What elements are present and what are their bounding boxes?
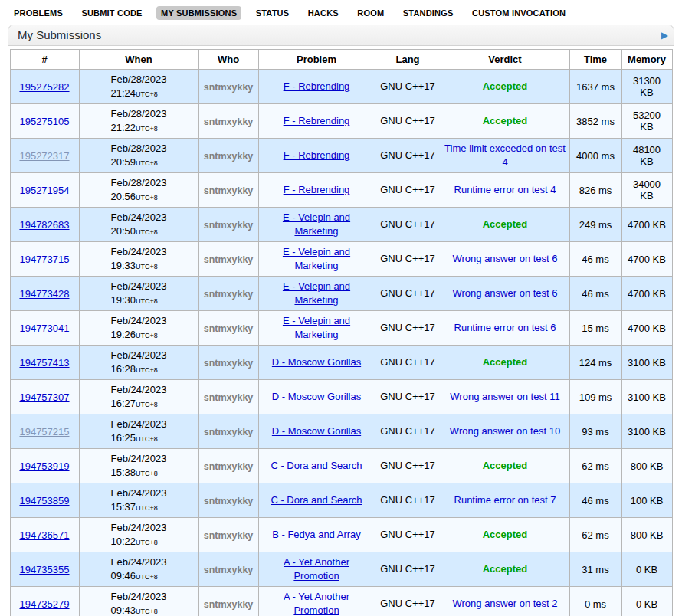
- submission-time: 16:25: [110, 432, 136, 444]
- submission-date: Feb/24/2023: [110, 245, 166, 259]
- verdict[interactable]: Wrong answer on test 2: [452, 597, 557, 611]
- problem-link[interactable]: E - Velepin and Marketing: [262, 245, 372, 273]
- problem-link[interactable]: E - Velepin and Marketing: [262, 211, 372, 238]
- submission-author-link[interactable]: sntmxykky: [204, 358, 254, 369]
- submission-author-link[interactable]: sntmxykky: [204, 254, 254, 265]
- submission-author-link[interactable]: sntmxykky: [204, 530, 254, 541]
- submission-lang: GNU C++17: [375, 173, 441, 208]
- submission-author-link[interactable]: sntmxykky: [204, 565, 254, 575]
- submission-author-link[interactable]: sntmxykky: [204, 392, 254, 403]
- submission-id-link[interactable]: 194757413: [19, 357, 69, 369]
- table-row: 194757215 Feb/24/2023 16:25UTC+8 sntmxyk…: [10, 414, 672, 449]
- submission-author-link[interactable]: sntmxykky: [204, 496, 254, 506]
- nav-item-hacks[interactable]: HACKS: [303, 6, 343, 20]
- nav-item-my-submissions[interactable]: MY SUBMISSIONS: [156, 6, 241, 20]
- submission-id-link[interactable]: 194782683: [19, 219, 69, 231]
- nav-item-custom-invocation[interactable]: CUSTOM INVOCATION: [467, 6, 570, 20]
- submission-timezone: UTC+8: [136, 90, 158, 98]
- nav-item-status[interactable]: STATUS: [251, 6, 294, 20]
- problem-link[interactable]: F - Rebrending: [284, 149, 350, 162]
- submission-verdict-cell: Wrong answer on test 11: [441, 380, 569, 414]
- submission-timezone: UTC+8: [136, 159, 158, 167]
- submission-author-link[interactable]: sntmxykky: [204, 220, 254, 231]
- table-row: 194735279 Feb/24/2023 09:43UTC+8 sntmxyk…: [10, 587, 672, 616]
- nav-item-room[interactable]: ROOM: [352, 6, 389, 20]
- submission-author-link[interactable]: sntmxykky: [204, 461, 254, 472]
- submission-date: Feb/28/2023: [110, 107, 166, 121]
- submission-id-link[interactable]: 194757307: [19, 392, 69, 403]
- submission-id-cell: 194753859: [10, 483, 79, 518]
- expand-arrow-icon[interactable]: ▶: [661, 30, 668, 41]
- verdict[interactable]: Accepted: [483, 80, 528, 93]
- problem-link[interactable]: D - Moscow Gorillas: [272, 356, 361, 369]
- verdict[interactable]: Runtime error on test 4: [454, 183, 556, 197]
- verdict[interactable]: Accepted: [483, 114, 528, 128]
- submission-memory-consumed: 3100 KB: [621, 346, 672, 380]
- problem-link[interactable]: C - Dora and Search: [271, 493, 362, 507]
- verdict[interactable]: Accepted: [483, 218, 528, 231]
- submission-id-link[interactable]: 194773715: [19, 254, 69, 265]
- nav-item-submit-code[interactable]: SUBMIT CODE: [77, 6, 146, 20]
- page: PROBLEMS SUBMIT CODE MY SUBMISSIONS STAT…: [0, 0, 682, 616]
- verdict[interactable]: Accepted: [483, 356, 528, 369]
- submission-id-link[interactable]: 194735279: [19, 598, 69, 610]
- submission-time-consumed: 31 ms: [569, 552, 621, 587]
- submission-author-link[interactable]: sntmxykky: [204, 427, 254, 437]
- submission-who-cell: sntmxykky: [198, 70, 258, 104]
- submission-id-cell: 194773041: [10, 311, 79, 346]
- submission-id-link[interactable]: 194736571: [19, 529, 69, 541]
- verdict[interactable]: Accepted: [483, 459, 528, 473]
- submission-id-link[interactable]: 195275282: [19, 81, 69, 93]
- verdict[interactable]: Accepted: [483, 528, 528, 542]
- submission-who-cell: sntmxykky: [198, 552, 258, 587]
- submission-lang: GNU C++17: [375, 311, 441, 346]
- submission-id-link[interactable]: 194773041: [19, 323, 69, 334]
- problem-link[interactable]: A - Yet Another Promotion: [262, 590, 372, 616]
- submission-memory-consumed: 48100 KB: [621, 139, 672, 173]
- submission-timezone: UTC+8: [136, 297, 158, 305]
- submission-author-link[interactable]: sntmxykky: [204, 82, 254, 93]
- submission-date: Feb/24/2023: [110, 521, 166, 535]
- verdict[interactable]: Runtime error on test 7: [454, 493, 556, 507]
- problem-link[interactable]: B - Fedya and Array: [272, 528, 361, 542]
- problem-link[interactable]: A - Yet Another Promotion: [262, 555, 372, 583]
- submission-time: 20:59: [110, 156, 136, 168]
- problem-link[interactable]: F - Rebrending: [284, 114, 350, 128]
- submission-id-link[interactable]: 194757215: [19, 426, 69, 437]
- verdict[interactable]: Wrong answer on test 6: [452, 287, 557, 300]
- problem-link[interactable]: E - Velepin and Marketing: [262, 280, 372, 307]
- problem-link[interactable]: E - Velepin and Marketing: [262, 314, 372, 342]
- submission-id-link[interactable]: 195272317: [19, 150, 69, 162]
- column-header-memory: Memory: [621, 50, 672, 70]
- problem-link[interactable]: D - Moscow Gorillas: [272, 390, 361, 404]
- submission-author-link[interactable]: sntmxykky: [204, 599, 254, 610]
- problem-link[interactable]: D - Moscow Gorillas: [272, 424, 361, 438]
- submission-date: Feb/24/2023: [110, 590, 166, 604]
- submission-date: Feb/24/2023: [110, 383, 166, 397]
- verdict[interactable]: Time limit exceeded on test 4: [444, 142, 566, 169]
- submission-when-cell: Feb/28/2023 20:56UTC+8: [79, 173, 198, 208]
- submission-author-link[interactable]: sntmxykky: [204, 289, 254, 300]
- verdict[interactable]: Wrong answer on test 11: [450, 390, 559, 404]
- submission-author-link[interactable]: sntmxykky: [204, 185, 254, 196]
- problem-link[interactable]: C - Dora and Search: [271, 459, 362, 473]
- submission-author-link[interactable]: sntmxykky: [204, 116, 254, 127]
- submission-id-link[interactable]: 194735355: [19, 564, 69, 575]
- column-header-problem: Problem: [258, 50, 375, 70]
- problem-link[interactable]: F - Rebrending: [284, 80, 350, 93]
- verdict[interactable]: Wrong answer on test 6: [452, 252, 557, 266]
- submission-author-link[interactable]: sntmxykky: [204, 323, 254, 334]
- nav-item-standings[interactable]: STANDINGS: [398, 6, 458, 20]
- submission-problem-cell: C - Dora and Search: [258, 449, 375, 483]
- nav-item-problems[interactable]: PROBLEMS: [9, 6, 67, 20]
- verdict[interactable]: Accepted: [483, 562, 528, 576]
- submission-id-link[interactable]: 194753919: [19, 460, 69, 472]
- submission-id-link[interactable]: 194773428: [19, 288, 69, 300]
- problem-link[interactable]: F - Rebrending: [284, 183, 350, 197]
- verdict[interactable]: Wrong answer on test 10: [450, 424, 560, 438]
- submission-id-link[interactable]: 194753859: [19, 495, 69, 506]
- verdict[interactable]: Runtime error on test 6: [454, 321, 556, 335]
- submission-id-link[interactable]: 195275105: [19, 116, 69, 127]
- submission-author-link[interactable]: sntmxykky: [204, 151, 254, 162]
- submission-id-link[interactable]: 195271954: [19, 185, 69, 196]
